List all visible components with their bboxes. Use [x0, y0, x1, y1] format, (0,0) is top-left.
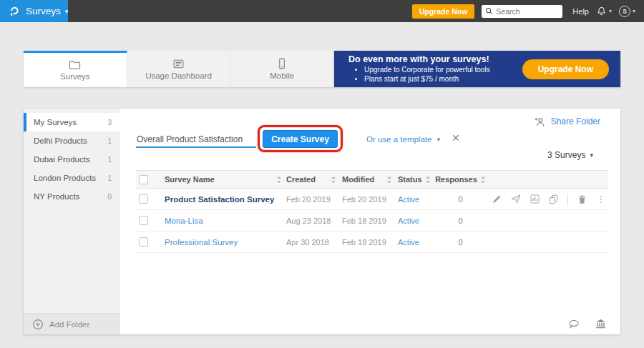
tab-strip: Surveys Usage Dashboard Mobile [24, 51, 334, 87]
folders-sidebar: My Surveys 3 Delhi Products 1 Dubai Prod… [24, 109, 120, 334]
use-template-dropdown[interactable]: Or use a template ▾ [366, 135, 440, 144]
survey-name-link[interactable]: Professional Survey [165, 238, 238, 247]
promo-bullet: Upgrade to Corporate for powerful tools [364, 66, 490, 75]
create-survey-button[interactable]: Create Survey [263, 130, 338, 148]
folder-icon [69, 59, 81, 70]
folder-count: 1 [107, 156, 112, 164]
close-icon[interactable]: ✕ [452, 132, 460, 144]
dashboard-icon [172, 59, 185, 69]
sort-icon[interactable] [425, 176, 431, 184]
tab-mobile[interactable]: Mobile [230, 51, 334, 87]
surveys-count-caret-down-icon: ▾ [590, 151, 593, 159]
responses-count: 0 [458, 217, 462, 225]
banner-upgrade-now-button[interactable]: Upgrade Now [522, 59, 609, 79]
surveys-count-label: 3 Surveys [547, 150, 585, 160]
questionpro-logo-icon [9, 6, 20, 17]
app-switcher[interactable]: Surveys ▾ [0, 0, 68, 22]
archive-bank-icon[interactable] [595, 319, 606, 329]
sidebar-item-london-products[interactable]: London Products 1 [24, 169, 120, 187]
actions-divider [567, 194, 568, 205]
row-checkbox[interactable] [139, 237, 148, 247]
promo-title: Do even more with your surveys! [348, 54, 490, 64]
folder-label: London Products [34, 174, 96, 182]
content-panel: My Surveys 3 Delhi Products 1 Dubai Prod… [24, 109, 620, 334]
column-survey-name: Survey Name [165, 175, 215, 184]
status-link[interactable]: Active [398, 238, 419, 247]
search-box[interactable] [482, 5, 562, 18]
add-folder-label: Add Folder [49, 320, 89, 329]
table-header: Survey Name Created Modified Status Resp… [136, 170, 608, 189]
copy-icon[interactable] [549, 194, 558, 204]
report-chart-icon[interactable] [530, 194, 540, 204]
folder-count: 1 [107, 174, 112, 182]
upgrade-now-button[interactable]: Upgrade Now [412, 4, 475, 19]
search-input[interactable] [496, 7, 559, 16]
table-row: Mona-Lisa Aug 23 2018 Feb 18 2019 Active… [136, 210, 608, 232]
folder-label: Dubai Products [34, 155, 90, 164]
column-created: Created [286, 175, 316, 184]
send-plane-icon[interactable] [511, 194, 521, 204]
status-link[interactable]: Active [398, 217, 419, 225]
sort-icon[interactable] [331, 176, 336, 184]
folder-label: My Surveys [34, 118, 77, 126]
top-bar: Surveys ▾ Upgrade Now Help ▾ S ▾ [0, 0, 644, 22]
app-caret-down-icon: ▾ [65, 8, 69, 15]
folder-count: 3 [107, 119, 112, 126]
status-link[interactable]: Active [398, 195, 419, 204]
tab-usage-dashboard-label: Usage Dashboard [145, 71, 212, 80]
new-survey-name-input[interactable] [136, 132, 256, 148]
created-date: Aug 23 2018 [286, 217, 331, 225]
bell-icon [596, 6, 607, 16]
sort-icon[interactable] [276, 176, 282, 184]
row-checkbox[interactable] [139, 194, 148, 204]
survey-name-link[interactable]: Mona-Lisa [165, 217, 203, 225]
notifications-menu[interactable]: ▾ [596, 6, 612, 16]
use-template-label: Or use a template [366, 135, 431, 144]
sidebar-item-my-surveys[interactable]: My Surveys 3 [24, 113, 120, 131]
modified-date: Feb 20 2019 [342, 195, 386, 204]
responses-count: 0 [458, 238, 462, 247]
account-menu[interactable]: S ▾ [619, 6, 635, 17]
survey-name-link[interactable]: Product Satisfaction Survey [165, 195, 274, 204]
column-responses: Responses [435, 175, 477, 184]
folder-label: NY Products [34, 192, 79, 201]
tab-surveys-label: Surveys [60, 72, 90, 81]
sidebar-item-delhi-products[interactable]: Delhi Products 1 [24, 131, 120, 150]
surveys-table: Survey Name Created Modified Status Resp… [136, 170, 608, 253]
upgrade-promo-banner: Do even more with your surveys! Upgrade … [334, 51, 620, 87]
edit-pencil-icon[interactable] [492, 194, 502, 204]
avatar-caret-down-icon: ▾ [633, 8, 635, 14]
app-label: Surveys [26, 6, 61, 16]
promo-bullet: Plans start at just $75 / month [364, 75, 490, 84]
modified-date: Feb 18 2019 [342, 238, 386, 247]
sidebar-item-ny-products[interactable]: NY Products 0 [24, 187, 120, 206]
share-folder-button[interactable]: Share Folder [534, 116, 600, 126]
select-all-checkbox[interactable] [139, 175, 148, 184]
table-row: Professional Survey Apr 30 2018 Feb 18 2… [136, 232, 608, 253]
column-modified: Modified [342, 175, 374, 184]
tab-surveys[interactable]: Surveys [24, 51, 127, 87]
table-row: Product Satisfaction Survey Feb 20 2019 … [136, 189, 608, 210]
mobile-icon [278, 58, 286, 69]
responses-count: 0 [458, 195, 462, 204]
more-kebab-icon[interactable]: ⋮ [596, 194, 605, 204]
delete-trash-icon[interactable] [577, 194, 587, 204]
help-link[interactable]: Help [572, 7, 589, 16]
column-status: Status [398, 175, 422, 184]
surveys-count-dropdown[interactable]: 3 Surveys ▾ [547, 150, 593, 160]
sort-icon[interactable] [480, 176, 486, 184]
folder-label: Delhi Products [34, 136, 87, 145]
created-date: Apr 30 2018 [286, 238, 329, 247]
created-date: Feb 20 2019 [286, 195, 331, 204]
sidebar-item-dubai-products[interactable]: Dubai Products 1 [24, 150, 120, 169]
tab-usage-dashboard[interactable]: Usage Dashboard [127, 51, 231, 87]
tab-mobile-label: Mobile [270, 71, 294, 80]
folder-count: 0 [107, 193, 112, 201]
add-folder-button[interactable]: Add Folder [24, 313, 120, 334]
folder-count: 1 [107, 137, 112, 145]
row-checkbox[interactable] [139, 216, 148, 225]
share-folder-label: Share Folder [551, 116, 600, 126]
bell-caret-down-icon: ▾ [609, 8, 612, 14]
sort-icon[interactable] [386, 176, 392, 184]
feedback-comment-icon[interactable] [568, 319, 580, 329]
